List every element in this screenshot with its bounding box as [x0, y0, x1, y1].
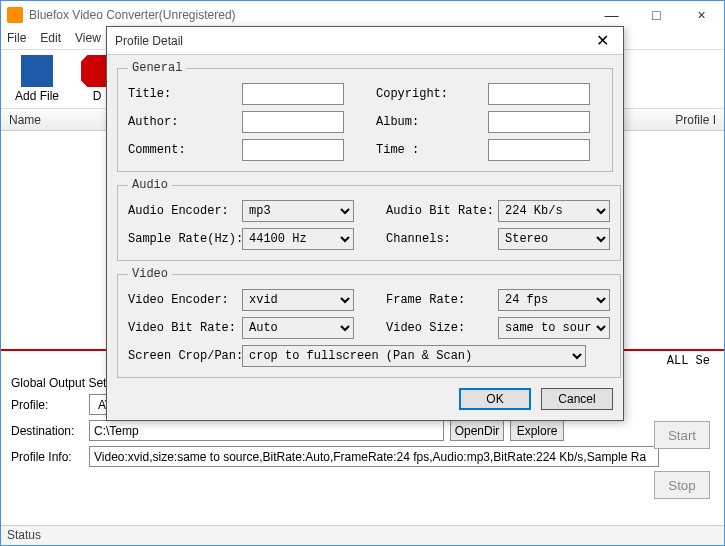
- audio-encoder-select[interactable]: mp3: [242, 200, 354, 222]
- add-file-icon: [21, 55, 53, 87]
- sample-rate-label: Sample Rate(Hz):: [128, 232, 236, 246]
- comment-input[interactable]: [242, 139, 344, 161]
- add-file-label: Add File: [15, 89, 59, 103]
- delete-label: D: [93, 89, 102, 103]
- dialog-titlebar: Profile Detail ✕: [107, 27, 623, 55]
- audio-bitrate-label: Audio Bit Rate:: [386, 204, 492, 218]
- column-profile[interactable]: Profile I: [675, 113, 716, 127]
- video-group: Video Video Encoder: xvid Frame Rate: 24…: [117, 267, 621, 378]
- audio-group: Audio Audio Encoder: mp3 Audio Bit Rate:…: [117, 178, 621, 261]
- stop-button[interactable]: Stop: [654, 471, 710, 499]
- general-legend: General: [128, 61, 186, 75]
- comment-label: Comment:: [128, 143, 236, 157]
- general-group: General Title: Copyright: Author: Album:…: [117, 61, 613, 172]
- close-button[interactable]: ×: [679, 1, 724, 29]
- video-legend: Video: [128, 267, 172, 281]
- copyright-input[interactable]: [488, 83, 590, 105]
- profile-detail-dialog: Profile Detail ✕ General Title: Copyrigh…: [106, 26, 624, 421]
- app-icon: [7, 7, 23, 23]
- video-encoder-select[interactable]: xvid: [242, 289, 354, 311]
- opendir-button[interactable]: OpenDir: [450, 420, 504, 441]
- cancel-button[interactable]: Cancel: [541, 388, 613, 410]
- sample-rate-select[interactable]: 44100 Hz: [242, 228, 354, 250]
- time-label: Time :: [376, 143, 482, 157]
- menu-edit[interactable]: Edit: [40, 31, 61, 47]
- minimize-button[interactable]: —: [589, 1, 634, 29]
- ok-button[interactable]: OK: [459, 388, 531, 410]
- menu-file[interactable]: File: [7, 31, 26, 47]
- framerate-select[interactable]: 24 fps: [498, 289, 610, 311]
- explore-button[interactable]: Explore: [510, 420, 564, 441]
- video-size-label: Video Size:: [386, 321, 492, 335]
- copyright-label: Copyright:: [376, 87, 482, 101]
- audio-legend: Audio: [128, 178, 172, 192]
- audio-encoder-label: Audio Encoder:: [128, 204, 236, 218]
- maximize-button[interactable]: □: [634, 1, 679, 29]
- author-input[interactable]: [242, 111, 344, 133]
- destination-label: Destination:: [11, 424, 83, 438]
- album-label: Album:: [376, 115, 482, 129]
- titlebar: Bluefox Video Converter(Unregistered) — …: [1, 1, 724, 29]
- author-label: Author:: [128, 115, 236, 129]
- profile-info-input[interactable]: [89, 446, 659, 467]
- crop-select[interactable]: crop to fullscreen (Pan & Scan): [242, 345, 586, 367]
- start-button[interactable]: Start: [654, 421, 710, 449]
- channels-label: Channels:: [386, 232, 492, 246]
- title-input[interactable]: [242, 83, 344, 105]
- dialog-title: Profile Detail: [115, 34, 590, 48]
- video-encoder-label: Video Encoder:: [128, 293, 236, 307]
- destination-input[interactable]: [89, 420, 444, 441]
- menu-view[interactable]: View: [75, 31, 101, 47]
- audio-bitrate-select[interactable]: 224 Kb/s: [498, 200, 610, 222]
- statusbar: Status: [1, 525, 724, 545]
- add-file-button[interactable]: Add File: [9, 53, 65, 105]
- video-bitrate-select[interactable]: Auto: [242, 317, 354, 339]
- time-input[interactable]: [488, 139, 590, 161]
- framerate-label: Frame Rate:: [386, 293, 492, 307]
- video-bitrate-label: Video Bit Rate:: [128, 321, 236, 335]
- dialog-close-icon[interactable]: ✕: [590, 31, 615, 50]
- video-size-select[interactable]: same to source: [498, 317, 610, 339]
- album-input[interactable]: [488, 111, 590, 133]
- profile-label: Profile:: [11, 398, 83, 412]
- title-label: Title:: [128, 87, 236, 101]
- profile-info-label: Profile Info:: [11, 450, 83, 464]
- channels-select[interactable]: Stereo: [498, 228, 610, 250]
- window-title: Bluefox Video Converter(Unregistered): [29, 8, 589, 22]
- crop-label: Screen Crop/Pan:: [128, 349, 236, 363]
